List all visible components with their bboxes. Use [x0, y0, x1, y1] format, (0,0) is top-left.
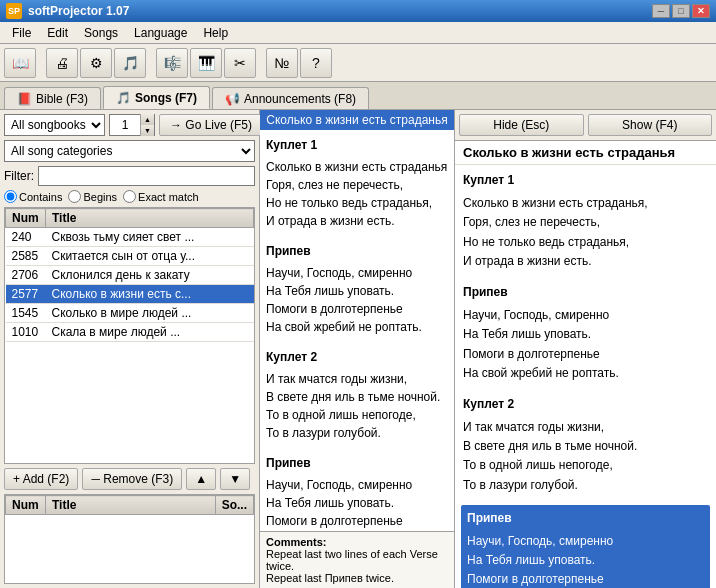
menu-item-songs[interactable]: Songs	[76, 24, 126, 42]
help-btn[interactable]: ?	[300, 48, 332, 78]
song-num: 1545	[6, 304, 46, 323]
menu-bar: FileEditSongsLanguageHelp	[0, 22, 716, 44]
table-row[interactable]: 2577 Сколько в жизни есть с...	[6, 285, 254, 304]
song-text-area[interactable]: Куплет 1Сколько в жизни есть страданьяГо…	[260, 130, 454, 531]
maximize-button[interactable]: □	[672, 4, 690, 18]
go-live-button[interactable]: → Go Live (F5)	[159, 114, 263, 136]
spin-down-button[interactable]: ▼	[140, 125, 154, 136]
playlist-so-header: So...	[215, 496, 253, 515]
close-button[interactable]: ✕	[692, 4, 710, 18]
begins-radio[interactable]: Begins	[68, 190, 117, 203]
song-num: 240	[6, 228, 46, 247]
right-verse-block[interactable]: ПрипевНаучи, Господь, смиренноНа Тебя ли…	[461, 505, 710, 588]
tab-label: Bible (F3)	[36, 92, 88, 106]
filter-label: Filter:	[4, 169, 34, 183]
page-number-input[interactable]	[110, 115, 140, 135]
verse-heading: Припев	[266, 242, 448, 260]
right-verse-heading: Припев	[463, 283, 708, 302]
menu-item-file[interactable]: File	[4, 24, 39, 42]
minimize-button[interactable]: ─	[652, 4, 670, 18]
category-select[interactable]: All song categoriesHymnsWorship	[4, 140, 255, 162]
bible-btn[interactable]: 📖	[4, 48, 36, 78]
playlist-num-header: Num	[6, 496, 46, 515]
add-button[interactable]: + Add (F2)	[4, 468, 78, 490]
song-num: 2706	[6, 266, 46, 285]
right-lyrics-area[interactable]: Куплет 1Сколько в жизни есть страданья,Г…	[455, 165, 716, 588]
table-row[interactable]: 2706 Склонился день к закату	[6, 266, 254, 285]
right-header: Hide (Esc) Show (F4)	[455, 110, 716, 141]
song-num: 2585	[6, 247, 46, 266]
tab-icon: 📢	[225, 92, 240, 106]
song-title: Склонился день к закату	[46, 266, 254, 285]
table-row[interactable]: 2585 Скитается сын от отца у...	[6, 247, 254, 266]
menu-item-help[interactable]: Help	[195, 24, 236, 42]
song-title: Сколько в мире людей ...	[46, 304, 254, 323]
main-content: All songbooksSongbook 1Songbook 2 ▲ ▼ → …	[0, 110, 716, 588]
comments-area: Comments: Repeat last two lines of each …	[260, 531, 454, 588]
remove-button[interactable]: ─ Remove (F3)	[82, 468, 182, 490]
right-verse-text: И так мчатся годы жизни,В свете дня иль …	[463, 418, 708, 495]
verse-block: ПрипевНаучи, Господь, смиренноНа Тебя ли…	[266, 454, 448, 531]
move-up-button[interactable]: ▲	[186, 468, 216, 490]
right-verse-block[interactable]: Куплет 2И так мчатся годы жизни,В свете …	[463, 395, 708, 495]
song-num: 2577	[6, 285, 46, 304]
table-row[interactable]: 1545 Сколько в мире людей ...	[6, 304, 254, 323]
song-title: Скала в мире людей ...	[46, 323, 254, 342]
tab-bible--f--[interactable]: 📕 Bible (F3)	[4, 87, 101, 109]
song3-btn[interactable]: 🎹	[190, 48, 222, 78]
verse-text: Научи, Господь, смиренноНа Тебя лишь упо…	[266, 264, 448, 336]
table-row[interactable]: 1010 Скала в мире людей ...	[6, 323, 254, 342]
spin-buttons: ▲ ▼	[140, 114, 154, 136]
right-verse-text: Научи, Господь, смиренноНа Тебя лишь упо…	[463, 306, 708, 383]
num-header: Num	[6, 209, 46, 228]
verse-text: И так мчатся годы жизни,В свете дня иль …	[266, 370, 448, 442]
playlist-table[interactable]: Num Title So...	[4, 494, 255, 584]
verse-block: ПрипевНаучи, Господь, смиренноНа Тебя ли…	[266, 242, 448, 336]
filter-row: Filter:	[4, 166, 255, 186]
songbook-select[interactable]: All songbooksSongbook 1Songbook 2	[4, 114, 105, 136]
app-title: softProjector 1.07	[28, 4, 650, 18]
table-row[interactable]: 240 Сквозь тьму сияет свет ...	[6, 228, 254, 247]
title-bar: SP softProjector 1.07 ─ □ ✕	[0, 0, 716, 22]
category-row: All song categoriesHymnsWorship	[4, 140, 255, 162]
filter-input[interactable]	[38, 166, 255, 186]
right-verse-heading: Припев	[467, 509, 704, 528]
right-verse-block[interactable]: ПрипевНаучи, Господь, смиренноНа Тебя ли…	[463, 283, 708, 383]
song2-btn[interactable]: 🎼	[156, 48, 188, 78]
settings-btn[interactable]: ⚙	[80, 48, 112, 78]
exact-radio[interactable]: Exact match	[123, 190, 199, 203]
comments-text: Repeat last two lines of each Verse twic…	[266, 548, 448, 584]
hide-button[interactable]: Hide (Esc)	[459, 114, 584, 136]
tab-label: Songs (F7)	[135, 91, 197, 105]
num-btn[interactable]: №	[266, 48, 298, 78]
print-btn[interactable]: 🖨	[46, 48, 78, 78]
tab-announcements--f--[interactable]: 📢 Announcements (F8)	[212, 87, 369, 109]
middle-song-title: Сколько в жизни есть страданья	[260, 110, 454, 130]
right-verse-heading: Куплет 1	[463, 171, 708, 190]
song-list-table[interactable]: Num Title 240 Сквозь тьму сияет свет ...…	[4, 207, 255, 464]
move-down-button[interactable]: ▼	[220, 468, 250, 490]
right-song-title: Сколько в жизни есть страданья	[455, 141, 716, 165]
right-panel: Hide (Esc) Show (F4) Сколько в жизни ест…	[455, 110, 716, 588]
delete-btn[interactable]: ✂	[224, 48, 256, 78]
tab-songs--f--[interactable]: 🎵 Songs (F7)	[103, 86, 210, 109]
toolbar: 📖🖨⚙🎵🎼🎹✂№?	[0, 44, 716, 82]
verse-block: Куплет 2И так мчатся годы жизни,В свете …	[266, 348, 448, 442]
song-list-buttons: + Add (F2) ─ Remove (F3) ▲ ▼	[4, 468, 255, 490]
song1-btn[interactable]: 🎵	[114, 48, 146, 78]
verse-text: Научи, Господь, смиренноНа Тебя лишь упо…	[266, 476, 448, 531]
show-button[interactable]: Show (F4)	[588, 114, 713, 136]
verse-heading: Куплет 2	[266, 348, 448, 366]
tab-label: Announcements (F8)	[244, 92, 356, 106]
song-title: Сквозь тьму сияет свет ...	[46, 228, 254, 247]
song-num: 1010	[6, 323, 46, 342]
contains-radio[interactable]: Contains	[4, 190, 62, 203]
song-title: Скитается сын от отца у...	[46, 247, 254, 266]
right-verse-block[interactable]: Куплет 1Сколько в жизни есть страданья,Г…	[463, 171, 708, 271]
spin-up-button[interactable]: ▲	[140, 114, 154, 125]
tabs-container: 📕 Bible (F3)🎵 Songs (F7)📢 Announcements …	[0, 82, 716, 110]
middle-panel: Сколько в жизни есть страданья Куплет 1С…	[260, 110, 455, 588]
verse-block: Куплет 1Сколько в жизни есть страданьяГо…	[266, 136, 448, 230]
menu-item-edit[interactable]: Edit	[39, 24, 76, 42]
menu-item-language[interactable]: Language	[126, 24, 195, 42]
